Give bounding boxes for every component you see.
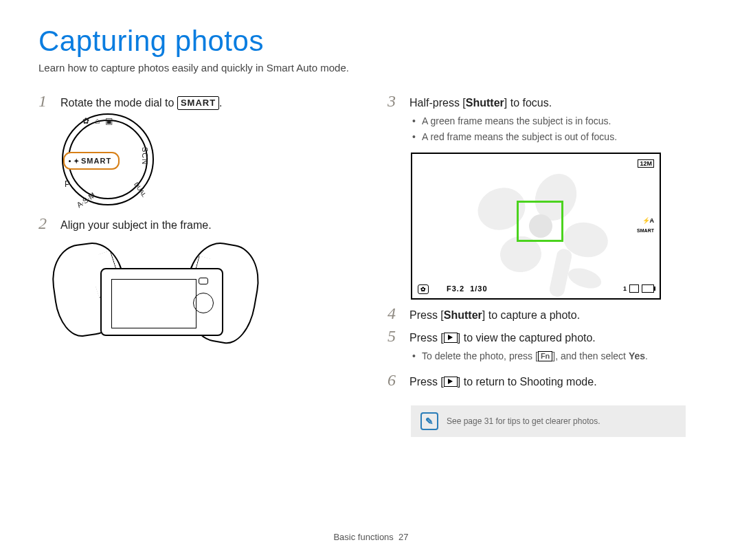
- step-2-text: Align your subject in the frame.: [60, 218, 212, 233]
- note-text: See page 31 for tips to get clearer phot…: [447, 416, 600, 426]
- step-1-post: .: [219, 97, 222, 109]
- camera-holding-illustration: [52, 243, 258, 360]
- focus-frame-icon: [517, 201, 563, 242]
- step-2: 2 Align your subject in the frame.: [38, 215, 355, 233]
- step-1-text: Rotate the mode dial to SMART.: [60, 96, 223, 111]
- mode-dial-scn: SCN: [141, 147, 149, 165]
- step-6-number: 6: [387, 372, 401, 388]
- step-6-text: Press [] to return to Shooting mode.: [409, 374, 597, 390]
- footer-page-number: 27: [398, 532, 408, 542]
- playback-icon: [444, 377, 458, 387]
- footer-section: Basic functions: [333, 532, 393, 542]
- step-1-number: 1: [38, 93, 52, 109]
- page-title: Capturing photos: [38, 25, 704, 58]
- lcd-resolution-icon: 12M: [638, 159, 654, 168]
- mode-dial-illustration: ✿⌂▣ ✦SMART SCN A·S·M DUAL P: [59, 120, 355, 203]
- step-5-number: 5: [387, 328, 401, 344]
- step-1-pre: Rotate the mode dial to: [60, 97, 177, 109]
- playback-icon: [444, 333, 458, 343]
- step-2-number: 2: [38, 215, 52, 232]
- bullet-delete-photo: To delete the photo, press [Fn], and the…: [412, 348, 704, 363]
- lcd-exposure-info: F3.2 1/30: [447, 284, 488, 293]
- step-3-bullets: A green frame means the subject is in fo…: [412, 113, 704, 144]
- step-4-text: Press [Shutter] to capture a photo.: [409, 308, 580, 323]
- lcd-status-icons: 1: [623, 284, 654, 293]
- step-4-number: 4: [387, 305, 401, 322]
- right-column: 3 Half-press [Shutter] to focus. A green…: [387, 89, 704, 437]
- step-6: 6 Press [] to return to Shooting mode.: [387, 372, 704, 390]
- step-3: 3 Half-press [Shutter] to focus.: [387, 93, 704, 111]
- bullet-green-frame: A green frame means the subject is in fo…: [412, 113, 704, 128]
- lcd-focus-illustration: 12M ⚡A SMART ✿ F3.2 1/30 1: [411, 153, 704, 300]
- mode-dial-smart-indicator: ✦SMART: [63, 152, 120, 170]
- step-3-number: 3: [387, 93, 401, 109]
- step-3-text: Half-press [Shutter] to focus.: [409, 96, 552, 111]
- smart-mode-icon: SMART: [177, 96, 219, 110]
- step-5-text: Press [] to view the captured photo.: [409, 331, 596, 346]
- lcd-flash-icon: ⚡A: [642, 217, 655, 224]
- step-4: 4 Press [Shutter] to capture a photo.: [387, 305, 704, 323]
- note-icon: ✎: [420, 412, 438, 430]
- page-footer: Basic functions 27: [0, 532, 742, 542]
- lcd-smart-label: SMART: [637, 228, 654, 233]
- mode-dial-p: P: [65, 179, 70, 189]
- step-5: 5 Press [] to view the captured photo.: [387, 328, 704, 346]
- left-column: 1 Rotate the mode dial to SMART. ✿⌂▣ ✦SM…: [38, 89, 355, 437]
- page-subtitle: Learn how to capture photos easily and q…: [38, 62, 704, 74]
- bullet-red-frame: A red frame means the subject is out of …: [412, 129, 704, 144]
- fn-button-icon: Fn: [538, 351, 552, 361]
- tip-note-box: ✎ See page 31 for tips to get clearer ph…: [411, 405, 686, 437]
- lcd-macro-icon: ✿: [418, 284, 429, 294]
- step-1: 1 Rotate the mode dial to SMART.: [38, 93, 355, 111]
- step-5-bullets: To delete the photo, press [Fn], and the…: [412, 348, 704, 363]
